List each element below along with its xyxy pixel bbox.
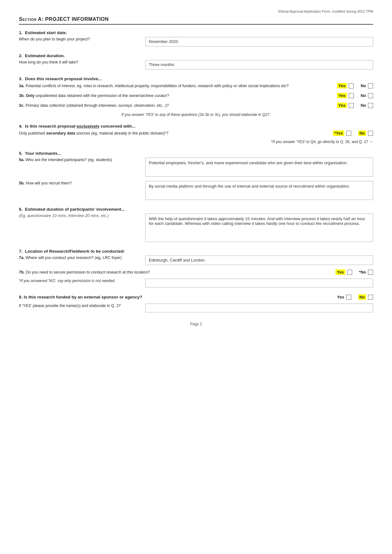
question-5-block: 5. Your informants... 5a. Who are the in… (19, 151, 373, 200)
q8-no-checkbox[interactable] (368, 295, 373, 300)
q5a-input[interactable]: Potential employees, fresher's, and mane… (145, 158, 373, 177)
q4-no-checkbox[interactable] (368, 131, 373, 136)
q8-input[interactable] (145, 304, 373, 312)
q8-yes-label: Yes (337, 295, 344, 299)
q6-input[interactable]: With the help of questionnaire it takes … (145, 214, 373, 242)
q4-label: 4. Is this research proposal exclusively… (19, 124, 373, 129)
q8-label: 8. Is this research funded by an externa… (19, 295, 334, 299)
q5-label: 5. Your informants... (19, 151, 373, 156)
q7b-note-input-container (145, 279, 373, 287)
q4-yes-no: *Yes No (333, 130, 373, 136)
q5a-input-container: Potential employees, fresher's, and mane… (145, 158, 373, 177)
q4-row: Only published secondary data sources (e… (19, 130, 373, 136)
q5a-text: 5a. Who are the intended participants? (… (19, 158, 139, 162)
q3c-block: 3c. Primary data collection (obtained th… (19, 103, 373, 108)
q8-no-label: No (358, 294, 366, 300)
q2-label: 2. Estimated duration. (19, 53, 373, 58)
q2-input[interactable]: Three months (145, 60, 373, 69)
question-2-block: 2. Estimated duration. How long do you t… (19, 53, 373, 69)
q5b-text: 5b. How will you recruit them? (19, 181, 139, 185)
q3b-text: 3b. Only unpublished data obtained with … (19, 93, 334, 98)
q3a-yes-label: Yes (337, 83, 347, 88)
q6-label: 6. Estimated duration of participants' i… (19, 207, 373, 212)
q8-sub-text: If 'YES' please provide the name(s) and … (19, 304, 139, 308)
q7a-row: 7a. Where will you conduct your research… (19, 256, 373, 265)
question-8-block: 8. Is this research funded by an externa… (19, 294, 373, 312)
q3c-no-checkbox[interactable] (368, 103, 373, 108)
q3c-yes-label: Yes (337, 103, 347, 108)
q7a-input[interactable]: Edinburgh, Cardiff and London. (145, 256, 373, 265)
q3a-text: 3a. Potential conflicts of interest, eg.… (19, 84, 334, 88)
q3c-yes-no: Yes No (337, 103, 373, 108)
q8-yes-no: Yes No (337, 294, 373, 300)
header-text: Ethical Approval Application Form, modif… (278, 9, 373, 13)
q6-subtext: (Eg, questionnaire 10 mins, Interview 20… (19, 214, 139, 218)
q3-note: If you answer 'YES' to any of these ques… (19, 112, 373, 117)
q4-arrow-note: *If you answer 'YES' to Q4, go directly … (19, 140, 373, 144)
q3b-row: 3b. Only unpublished data obtained with … (19, 93, 373, 98)
q4-text: Only published secondary data sources (e… (19, 131, 330, 135)
q1-input-container: November 2020 (145, 37, 373, 46)
q3b-no-label: No (361, 93, 366, 98)
q5b-input-container: By social media platform and through the… (145, 181, 373, 200)
q8-yes-checkbox[interactable] (346, 295, 351, 300)
q3a-no-label: No (361, 83, 366, 88)
q7b-yes-label: Yes (335, 269, 345, 275)
form-header: Ethical Approval Application Form, modif… (19, 9, 373, 13)
q3c-row: 3c. Primary data collection (obtained th… (19, 103, 373, 108)
question-3-block: 3. Does this research proposal involve..… (19, 76, 373, 117)
q7a-input-container: Edinburgh, Cardiff and London. (145, 256, 373, 265)
q3b-yes-label: Yes (337, 93, 347, 98)
q4-no-label: No (358, 130, 366, 136)
q7b-note-input[interactable] (145, 279, 373, 287)
q3b-block: 3b. Only unpublished data obtained with … (19, 93, 373, 98)
q4-yes-checkbox[interactable] (346, 131, 351, 136)
q7a-text: 7a. Where will you conduct your research… (19, 256, 139, 260)
q3a-yes-checkbox[interactable] (349, 83, 354, 88)
q3a-block: 3a. Potential conflicts of interest, eg.… (19, 83, 373, 88)
q3c-text: 3c. Primary data collection (obtained th… (19, 103, 334, 108)
q1-input[interactable]: November 2020 (145, 37, 373, 46)
q3a-yes-no: Yes No (337, 83, 373, 88)
q5a-row: 5a. Who are the intended participants? (… (19, 158, 373, 177)
q7b-text: 7b. Do you need to secure permission to … (19, 270, 332, 274)
q3-label: 3. Does this research proposal involve..… (19, 76, 373, 81)
q7b-yes-checkbox[interactable] (347, 270, 352, 275)
q3b-no-checkbox[interactable] (368, 93, 373, 98)
section-a-title: Section A: PROJECT INFORMATION (19, 16, 373, 25)
question-7-block: 7. Location of Research/Fieldwork to be … (19, 249, 373, 287)
q3c-no-label: No (361, 103, 366, 108)
q5b-input[interactable]: By social media platform and through the… (145, 181, 373, 200)
q3c-yes-checkbox[interactable] (349, 103, 354, 108)
q3a-row: 3a. Potential conflicts of interest, eg.… (19, 83, 373, 88)
q7-label: 7. Location of Research/Fieldwork to be … (19, 249, 373, 254)
q8-label-row: 8. Is this research funded by an externa… (19, 294, 373, 300)
q7b-no-label: *No (359, 270, 366, 274)
q7b-note-text: *If you answered 'NO', say why permissio… (19, 279, 139, 283)
q8-sub-row: If 'YES' please provide the name(s) and … (19, 304, 373, 312)
q7b-yes-no: Yes *No (335, 269, 373, 275)
q3a-no-checkbox[interactable] (368, 83, 373, 88)
q8-input-container (145, 304, 373, 312)
q4-yes-label: *Yes (333, 130, 344, 136)
q3b-yes-no: Yes No (337, 93, 373, 98)
q5b-row: 5b. How will you recruit them? By social… (19, 181, 373, 200)
q1-label: 1. Estimated start date. (19, 30, 373, 35)
q2-subtext: How long do you think it will take? (19, 60, 139, 64)
page-number: Page 2 (19, 322, 373, 326)
q7b-note-row: *If you answered 'NO', say why permissio… (19, 279, 373, 287)
q7b-row: 7b. Do you need to secure permission to … (19, 269, 373, 275)
question-6-block: 6. Estimated duration of participants' i… (19, 207, 373, 242)
q6-input-container: With the help of questionnaire it takes … (145, 214, 373, 242)
question-1-block: 1. Estimated start date. When do you pla… (19, 30, 373, 46)
q1-subtext: When do you plan to begin your project? (19, 37, 139, 41)
q3b-yes-checkbox[interactable] (349, 93, 354, 98)
q2-input-container: Three months (145, 60, 373, 69)
q7b-no-checkbox[interactable] (368, 270, 373, 275)
question-4-block: 4. Is this research proposal exclusively… (19, 124, 373, 144)
